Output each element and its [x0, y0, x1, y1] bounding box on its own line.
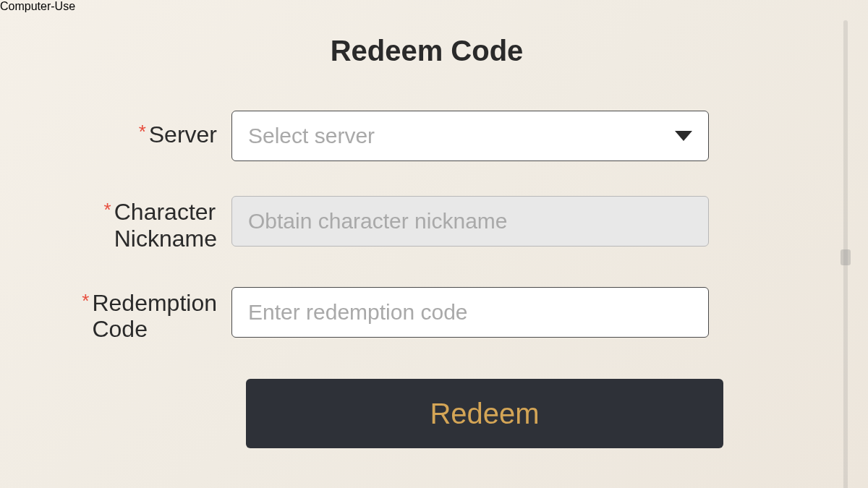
redeem-button[interactable]: Redeem: [246, 379, 723, 448]
server-label: Server: [149, 121, 217, 148]
redemption-label: RedemptionCode: [92, 290, 217, 343]
chevron-down-icon: [675, 131, 692, 141]
required-mark: *: [82, 290, 89, 312]
redeem-page: Redeem Code *Server Select server *Chara…: [0, 13, 868, 488]
nickname-field[interactable]: [231, 196, 709, 247]
server-label-col: *Server: [29, 111, 231, 148]
button-row: Redeem: [29, 379, 825, 448]
server-select[interactable]: Select server: [231, 111, 709, 161]
server-placeholder: Select server: [248, 124, 375, 148]
redemption-label-line1: Redemption: [92, 290, 217, 316]
nickname-label-line2: Nickname: [114, 226, 217, 252]
page-title: Redeem Code: [29, 35, 825, 67]
nickname-input-col: [231, 196, 709, 247]
redemption-input-col: [231, 287, 709, 338]
nickname-row: *CharacterNickname: [29, 196, 825, 252]
server-row: *Server Select server: [29, 111, 825, 161]
nickname-label: CharacterNickname: [114, 199, 217, 252]
redemption-label-col: *RedemptionCode: [29, 287, 231, 343]
nickname-label-line1: Character: [114, 199, 216, 225]
redemption-row: *RedemptionCode: [29, 287, 825, 343]
server-input-col: Select server: [231, 111, 709, 161]
redemption-label-line2: Code: [92, 316, 148, 342]
required-mark: *: [104, 199, 111, 221]
nickname-label-col: *CharacterNickname: [29, 196, 231, 252]
scroll-handle-icon[interactable]: [841, 249, 851, 265]
redemption-field[interactable]: [231, 287, 709, 338]
required-mark: *: [139, 121, 146, 142]
